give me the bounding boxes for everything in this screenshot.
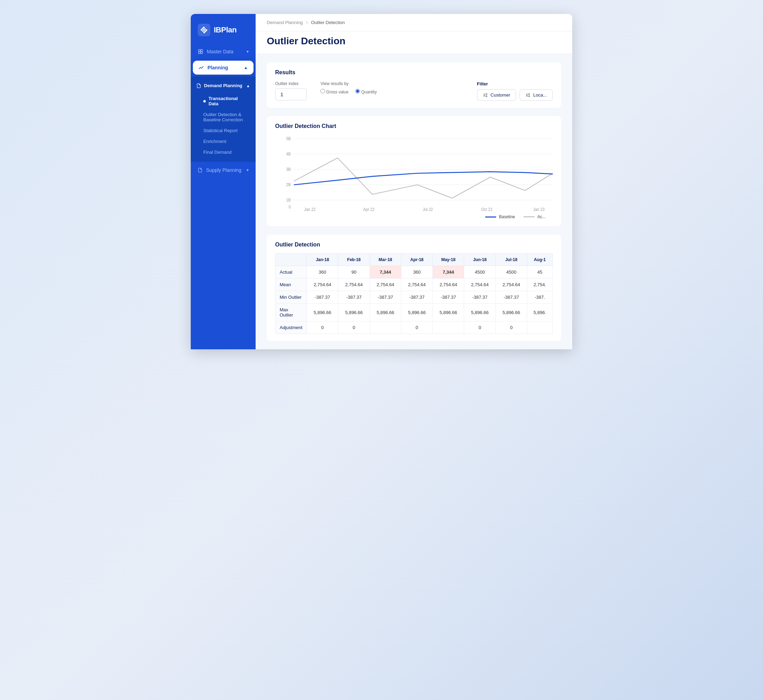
cell-label-0: Actual [275, 266, 307, 278]
submenu-item-transactional-data[interactable]: Transactional Data [191, 93, 256, 109]
page-header: Outlier Detection [256, 31, 572, 54]
supply-planning-icon [198, 168, 203, 173]
table-row: Max Outlier5,896.665,896.665,896.665,896… [275, 304, 553, 322]
col-header-may18: May-18 [433, 254, 464, 266]
table-body: Actual360907,3443607,3444500450045Mean2,… [275, 266, 553, 334]
svg-point-12 [528, 94, 529, 94]
gross-value-radio[interactable]: Gross value [321, 89, 349, 94]
outlier-index-col: Outlier index [275, 81, 306, 100]
planning-chevron: ▲ [244, 65, 248, 70]
demand-planning-label: Demand Planning [204, 83, 242, 88]
cell-label-2: Min Outlier [275, 291, 307, 304]
location-filter-icon [525, 93, 530, 98]
svg-text:1B: 1B [286, 198, 291, 203]
chart-legend: Baseline Ac... [275, 214, 553, 219]
col-header-jun18: Jun-18 [464, 254, 496, 266]
sidebar-item-planning[interactable]: Planning ▲ [193, 61, 253, 75]
top-bar: Demand Planning > Outlier Detection [256, 14, 572, 31]
col-header-feb18: Feb-18 [338, 254, 370, 266]
baseline-label: Baseline [499, 214, 515, 219]
cell-3-6: 5,896.66 [496, 304, 527, 322]
svg-text:3B: 3B [286, 167, 291, 172]
cell-0-7: 45 [527, 266, 552, 278]
sidebar: IBPlan Master Data ▾ P [191, 14, 256, 349]
cell-0-1: 90 [338, 266, 370, 278]
cell-0-2: 7,344 [370, 266, 401, 278]
cell-1-1: 2,754.64 [338, 278, 370, 291]
submenu-statistical-label: Statistical Report [203, 128, 238, 133]
supply-planning-label: Supply Planning [206, 167, 241, 173]
cell-0-0: 360 [307, 266, 338, 278]
cell-2-1: -387.37 [338, 291, 370, 304]
filter-title: Filter [477, 81, 553, 86]
cell-4-5: 0 [464, 322, 496, 334]
cell-label-4: Adjustment [275, 322, 307, 334]
submenu-item-enrichment[interactable]: Enrichment [191, 136, 256, 147]
master-data-label: Master Data [207, 49, 233, 55]
cell-1-3: 2,754.64 [401, 278, 432, 291]
submenu-item-statistical-report[interactable]: Statistical Report [191, 125, 256, 136]
col-header-mar18: Mar-18 [370, 254, 401, 266]
cell-1-5: 2,754.64 [464, 278, 496, 291]
cell-0-5: 4500 [464, 266, 496, 278]
app-name: IBPlan [214, 25, 236, 34]
table-row: Mean2,754.642,754.642,754.642,754.642,75… [275, 278, 553, 291]
actual-label: Ac... [537, 214, 546, 219]
demand-planning-section: Demand Planning ▲ Transactional Data Out… [191, 77, 256, 162]
sidebar-item-supply-planning[interactable]: Supply Planning ▾ [191, 163, 256, 177]
customer-filter-button[interactable]: Customer [477, 89, 516, 101]
svg-rect-1 [199, 50, 200, 51]
submenu-outlier-label: Outlier Detection & Baseline Correction [203, 112, 249, 122]
cell-1-2: 2,754.64 [370, 278, 401, 291]
svg-text:Jan 22: Jan 22 [304, 207, 316, 212]
page-title: Outlier Detection [267, 36, 561, 47]
submenu-item-final-demand[interactable]: Final Demand [191, 147, 256, 158]
legend-baseline: Baseline [485, 214, 515, 219]
cell-0-6: 4500 [496, 266, 527, 278]
cell-2-2: -387.37 [370, 291, 401, 304]
breadcrumb-parent: Demand Planning [267, 20, 303, 25]
cell-4-0: 0 [307, 322, 338, 334]
quantity-label: Quantity [361, 90, 377, 94]
table-section: Outlier Detection Jan-18 Feb-18 Mar-18 A… [267, 234, 561, 341]
svg-text:0: 0 [289, 205, 291, 209]
legend-actual: Ac... [524, 214, 546, 219]
cell-label-1: Mean [275, 278, 307, 291]
svg-rect-4 [201, 52, 203, 54]
svg-text:Apr 22: Apr 22 [363, 207, 375, 212]
cell-0-3: 360 [401, 266, 432, 278]
table-title: Outlier Detection [275, 242, 553, 248]
cell-3-0: 5,896.66 [307, 304, 338, 322]
content-area: Results Outlier index View results by Gr… [256, 54, 572, 349]
outlier-index-input[interactable] [275, 88, 306, 100]
location-filter-label: Loca... [533, 92, 547, 98]
breadcrumb-separator: > [305, 20, 308, 25]
submenu-item-outlier-detection[interactable]: Outlier Detection & Baseline Correction [191, 109, 256, 125]
table-row: Adjustment00000 [275, 322, 553, 334]
col-header-label [275, 254, 307, 266]
demand-planning-header[interactable]: Demand Planning ▲ [191, 80, 256, 92]
cell-4-4 [433, 322, 464, 334]
planning-icon [199, 65, 204, 70]
demand-planning-submenu: Transactional Data Outlier Detection & B… [191, 92, 256, 159]
cell-3-5: 5,896.66 [464, 304, 496, 322]
svg-point-6 [486, 94, 487, 94]
svg-text:4B: 4B [286, 152, 291, 156]
outlier-table: Jan-18 Feb-18 Mar-18 Apr-18 May-18 Jun-1… [275, 253, 553, 334]
table-header-row: Jan-18 Feb-18 Mar-18 Apr-18 May-18 Jun-1… [275, 254, 553, 266]
app-logo: IBPlan [191, 14, 256, 45]
view-results-label: View results by [321, 81, 377, 86]
sidebar-item-master-data[interactable]: Master Data ▾ [191, 45, 256, 59]
svg-text:Jan 23: Jan 23 [533, 207, 545, 212]
submenu-enrichment-label: Enrichment [203, 139, 226, 144]
actual-line-icon [524, 217, 535, 217]
planning-label: Planning [208, 65, 228, 70]
cell-1-6: 2,754.64 [496, 278, 527, 291]
svg-point-13 [528, 96, 529, 97]
cell-2-5: -387.37 [464, 291, 496, 304]
filter-section: Filter C [477, 81, 553, 101]
location-filter-button[interactable]: Loca... [520, 89, 553, 101]
submenu-transactional-label: Transactional Data [208, 96, 249, 106]
quantity-radio[interactable]: Quantity [355, 89, 377, 94]
cell-3-3: 5,896.66 [401, 304, 432, 322]
